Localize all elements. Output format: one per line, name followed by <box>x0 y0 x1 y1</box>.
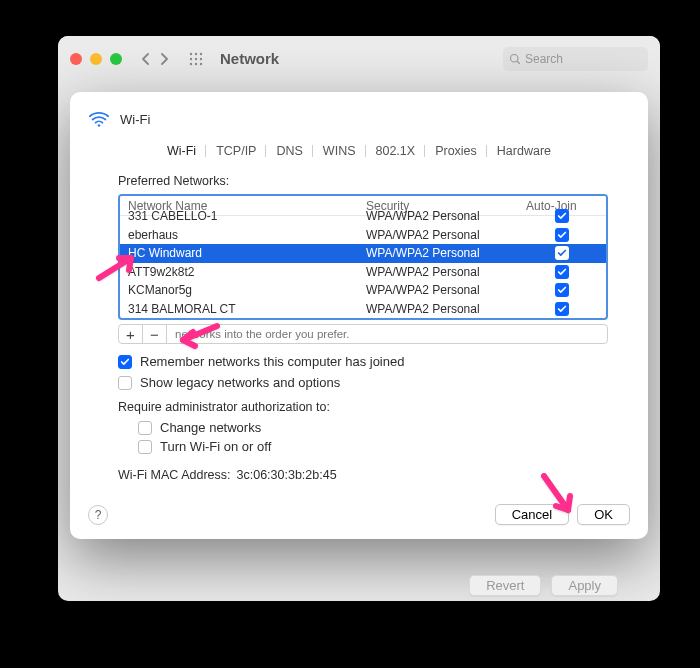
add-network-button[interactable]: + <box>119 325 143 343</box>
table-row[interactable]: HC WindwardWPA/WPA2 Personal <box>120 244 606 263</box>
mac-address-value: 3c:06:30:3b:2b:45 <box>237 468 337 482</box>
search-input[interactable]: Search <box>503 47 648 71</box>
toolbar: Network Search <box>58 36 660 81</box>
table-row[interactable]: 314 BALMORAL CTWPA/WPA2 Personal <box>120 300 606 319</box>
networks-table[interactable]: Network Name Security Auto-Join 331 CABE… <box>118 194 608 320</box>
network-security: WPA/WPA2 Personal <box>366 283 526 297</box>
table-row[interactable]: 331 CABELLO-1WPA/WPA2 Personal <box>120 207 606 226</box>
network-security: WPA/WPA2 Personal <box>366 302 526 316</box>
autojoin-checkbox[interactable] <box>526 209 598 223</box>
autojoin-checkbox[interactable] <box>526 228 598 242</box>
network-name: HC Windward <box>128 246 366 260</box>
change-networks-checkbox[interactable] <box>138 421 152 435</box>
svg-point-6 <box>190 62 192 64</box>
network-security: WPA/WPA2 Personal <box>366 265 526 279</box>
svg-point-3 <box>190 57 192 59</box>
network-name: 314 BALMORAL CT <box>128 302 366 316</box>
show-legacy-checkbox[interactable] <box>118 376 132 390</box>
autojoin-checkbox[interactable] <box>526 302 598 316</box>
network-name: KCManor5g <box>128 283 366 297</box>
tab-hardware[interactable]: Hardware <box>487 142 561 160</box>
svg-point-2 <box>200 52 202 54</box>
tab-bar: Wi-Fi TCP/IP DNS WINS 802.1X Proxies Har… <box>157 142 561 160</box>
back-button[interactable] <box>140 53 152 65</box>
network-security: WPA/WPA2 Personal <box>366 209 526 223</box>
traffic-lights[interactable] <box>70 53 122 65</box>
revert-button[interactable]: Revert <box>469 575 541 596</box>
admin-auth-label: Require administrator authorization to: <box>118 400 608 414</box>
show-all-icon[interactable] <box>188 51 204 67</box>
ok-button[interactable]: OK <box>577 504 630 525</box>
remember-networks-checkbox[interactable] <box>118 355 132 369</box>
svg-point-5 <box>200 57 202 59</box>
search-icon <box>509 53 521 65</box>
autojoin-checkbox[interactable] <box>526 246 598 260</box>
svg-point-7 <box>195 62 197 64</box>
preferred-networks-label: Preferred Networks: <box>118 174 608 188</box>
tab-proxies[interactable]: Proxies <box>425 142 487 160</box>
svg-point-10 <box>98 124 101 127</box>
zoom-icon[interactable] <box>110 53 122 65</box>
main-buttons: Revert Apply <box>469 575 618 596</box>
table-toolbar: + − networks into the order you prefer. <box>118 324 608 344</box>
tab-tcpip[interactable]: TCP/IP <box>206 142 266 160</box>
wifi-icon <box>88 108 110 130</box>
mac-address-label: Wi-Fi MAC Address: <box>118 468 231 482</box>
table-row[interactable]: eberhausWPA/WPA2 Personal <box>120 226 606 245</box>
forward-button[interactable] <box>158 53 170 65</box>
svg-point-0 <box>190 52 192 54</box>
help-button[interactable]: ? <box>88 505 108 525</box>
svg-point-8 <box>200 62 202 64</box>
tab-8021x[interactable]: 802.1X <box>366 142 426 160</box>
toggle-wifi-label: Turn Wi-Fi on or off <box>160 439 271 454</box>
change-networks-label: Change networks <box>160 420 261 435</box>
network-security: WPA/WPA2 Personal <box>366 246 526 260</box>
toggle-wifi-checkbox[interactable] <box>138 440 152 454</box>
table-row[interactable]: KCManor5gWPA/WPA2 Personal <box>120 281 606 300</box>
close-icon[interactable] <box>70 53 82 65</box>
search-placeholder: Search <box>525 52 563 66</box>
wifi-sheet: Wi-Fi Wi-Fi TCP/IP DNS WINS 802.1X Proxi… <box>70 92 648 539</box>
cancel-button[interactable]: Cancel <box>495 504 569 525</box>
drag-hint: networks into the order you prefer. <box>167 328 350 340</box>
autojoin-checkbox[interactable] <box>526 265 598 279</box>
autojoin-checkbox[interactable] <box>526 283 598 297</box>
network-name: eberhaus <box>128 228 366 242</box>
window-title: Network <box>220 50 279 67</box>
network-name: ATT9w2k8t2 <box>128 265 366 279</box>
svg-point-1 <box>195 52 197 54</box>
network-security: WPA/WPA2 Personal <box>366 228 526 242</box>
tab-wifi[interactable]: Wi-Fi <box>157 142 206 160</box>
show-legacy-label: Show legacy networks and options <box>140 375 340 390</box>
tab-wins[interactable]: WINS <box>313 142 366 160</box>
apply-button[interactable]: Apply <box>551 575 618 596</box>
remove-network-button[interactable]: − <box>143 325 167 343</box>
svg-point-4 <box>195 57 197 59</box>
sheet-title: Wi-Fi <box>120 112 150 127</box>
minimize-icon[interactable] <box>90 53 102 65</box>
table-row[interactable]: ATT9w2k8t2WPA/WPA2 Personal <box>120 263 606 282</box>
tab-dns[interactable]: DNS <box>266 142 312 160</box>
network-name: 331 CABELLO-1 <box>128 209 366 223</box>
remember-networks-label: Remember networks this computer has join… <box>140 354 404 369</box>
